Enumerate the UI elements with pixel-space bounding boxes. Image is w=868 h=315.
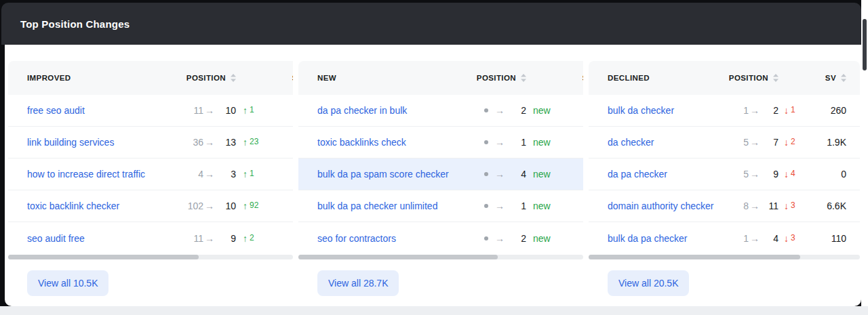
position-change: ↑2 — [243, 233, 275, 244]
new-position: 10 — [214, 105, 236, 116]
keyword-link[interactable]: domain authority checker — [608, 201, 734, 211]
search-volume: 260 — [816, 105, 846, 116]
view-all-new-button[interactable]: View all 28.7K — [317, 270, 399, 296]
change-value: 2 — [250, 233, 254, 243]
position-cell: 1→2↓1 — [734, 105, 808, 116]
up-arrow-icon: ↑ — [243, 105, 248, 116]
down-arrow-icon: ↓ — [784, 201, 789, 211]
keyword-link[interactable]: toxic backlinks check — [317, 137, 468, 148]
change-value: 2 — [791, 137, 795, 146]
panel-title: Top Position Changes — [20, 18, 130, 30]
keyword-link[interactable]: bulk da checker — [608, 105, 734, 116]
dot-icon — [484, 236, 488, 240]
keyword-link[interactable]: free seo audit — [27, 105, 178, 116]
right-arrow-icon: → — [205, 169, 214, 180]
position-cell: 5→9↓4 — [734, 169, 808, 180]
new-position: 2 — [760, 105, 778, 116]
position-column-header[interactable]: POSITION — [734, 74, 778, 82]
page-background-strip — [0, 306, 868, 315]
top-position-changes-panel: Top Position Changes IMPROVED POSITION — [1, 3, 861, 306]
table-row: seo audit free11→9↑2 — [8, 222, 293, 254]
horizontal-scrollbar-track[interactable] — [8, 255, 293, 259]
up-arrow-icon: ↑ — [243, 233, 248, 244]
position-cell: →2new — [468, 105, 566, 116]
sv-column-header[interactable]: SV — [236, 74, 293, 82]
right-arrow-icon: → — [495, 169, 505, 180]
keyword-link[interactable]: seo for contractors — [317, 233, 468, 244]
old-position: 11→ — [178, 233, 214, 244]
page-vertical-scrollbar-thumb[interactable] — [863, 19, 867, 70]
keyword-link[interactable]: bulk da pa spam score checker — [317, 169, 468, 180]
horizontal-scrollbar-track[interactable] — [298, 255, 583, 259]
declined-table-viewport: DECLINED POSITION SV bulk da — [589, 61, 860, 254]
table-row: toxic backlink checker102→10↑92 — [8, 190, 293, 222]
position-change: ↓2 — [784, 137, 808, 148]
keyword-link[interactable]: da checker — [608, 137, 734, 148]
position-column-header[interactable]: POSITION — [468, 74, 526, 82]
old-position: 4→ — [178, 169, 214, 180]
old-position: → — [468, 201, 505, 211]
sort-icon[interactable] — [841, 74, 846, 82]
change-value: 3 — [791, 233, 795, 243]
sv-column-header[interactable]: SV — [526, 74, 583, 82]
new-position: 4 — [760, 233, 778, 244]
change-value: 3 — [791, 201, 795, 210]
horizontal-scrollbar-thumb[interactable] — [8, 255, 199, 259]
down-arrow-icon: ↓ — [784, 233, 789, 244]
old-position: → — [468, 233, 505, 244]
up-arrow-icon: ↑ — [243, 169, 248, 180]
right-arrow-icon: → — [205, 105, 214, 116]
declined-table-header: DECLINED POSITION SV — [589, 61, 860, 95]
sort-icon[interactable] — [231, 74, 236, 82]
old-position: 36→ — [178, 137, 214, 148]
old-position: 5→ — [734, 169, 760, 180]
keyword-link[interactable]: bulk da pa checker — [608, 233, 734, 244]
sort-icon[interactable] — [521, 74, 526, 82]
old-position: 11→ — [178, 105, 214, 116]
sort-icon[interactable] — [773, 74, 778, 82]
search-volume: 1.9K — [816, 137, 846, 148]
old-position: 102→ — [178, 201, 214, 211]
view-all-improved-button[interactable]: View all 10.5K — [27, 270, 108, 296]
keyword-link[interactable]: seo audit free — [27, 233, 178, 244]
view-all-declined-button[interactable]: View all 20.5K — [608, 270, 689, 296]
improved-table-viewport: IMPROVED POSITION SV free seo — [8, 61, 293, 254]
right-arrow-icon: → — [205, 137, 214, 148]
position-change: ↑23 — [243, 137, 275, 148]
new-position: 7 — [760, 137, 778, 148]
keyword-link[interactable]: bulk da pa checker unlimited — [317, 201, 468, 211]
keyword-link[interactable]: da pa checker in bulk — [317, 105, 468, 116]
old-position: → — [468, 169, 505, 180]
keyword-link[interactable]: da pa checker — [608, 169, 734, 180]
new-position: 4 — [505, 169, 526, 180]
new-table-header: NEW POSITION SV — [298, 61, 583, 95]
position-column-header[interactable]: POSITION — [178, 74, 236, 82]
horizontal-scrollbar-thumb[interactable] — [298, 255, 498, 259]
position-cell: 11→10↑1 — [178, 105, 275, 116]
right-arrow-icon: → — [750, 137, 760, 148]
old-position: → — [468, 137, 505, 148]
keyword-link[interactable]: how to increase direct traffic — [27, 169, 178, 180]
horizontal-scrollbar-track[interactable] — [589, 255, 860, 259]
position-change: ↑1 — [243, 169, 275, 180]
change-value: 1 — [791, 105, 795, 114]
panel-body: IMPROVED POSITION SV free seo — [5, 45, 861, 306]
right-arrow-icon: → — [495, 233, 505, 244]
sv-column-header[interactable]: SV — [778, 74, 846, 82]
search-volume: 110 — [816, 233, 846, 244]
new-table: NEW POSITION SV da pa checker — [298, 61, 583, 296]
old-position: 1→ — [734, 233, 760, 244]
new-column-header: NEW — [317, 74, 468, 82]
right-arrow-icon: → — [750, 201, 760, 211]
new-position: 2 — [505, 233, 526, 244]
position-change: ↓3 — [784, 201, 808, 211]
table-row: da checker5→7↓21.9K — [589, 127, 860, 159]
table-row: how to increase direct traffic4→3↑1 — [8, 159, 293, 190]
keyword-link[interactable]: toxic backlink checker — [27, 201, 178, 211]
new-table-viewport: NEW POSITION SV da pa checker — [298, 61, 583, 254]
position-cell: →1new — [468, 201, 566, 211]
keyword-link[interactable]: link building services — [27, 137, 178, 148]
position-cell: 4→3↑1 — [178, 169, 275, 180]
new-position: 13 — [214, 137, 236, 148]
horizontal-scrollbar-thumb[interactable] — [589, 255, 800, 259]
